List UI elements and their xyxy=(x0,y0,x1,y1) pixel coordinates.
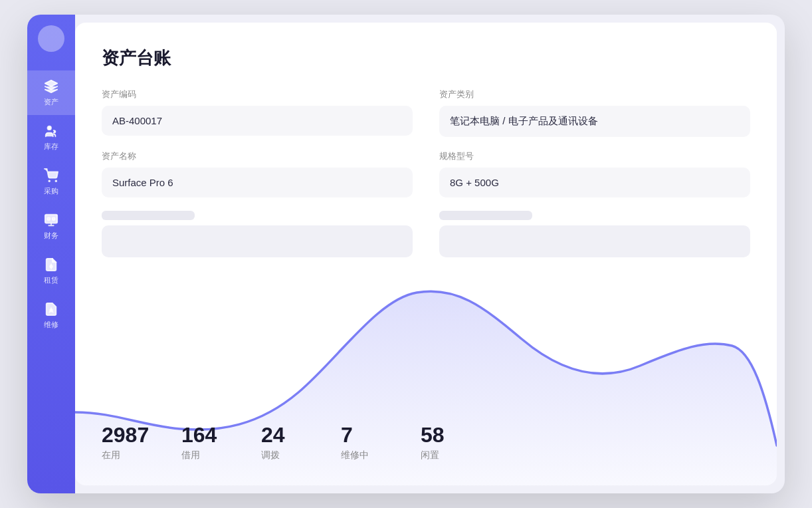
sidebar-item-lease[interactable]: 租赁 xyxy=(27,249,75,293)
sidebar-item-repair[interactable]: 维修 xyxy=(27,293,75,338)
asset-code-label: 资产编码 xyxy=(102,88,413,100)
stat-number-transferred: 24 xyxy=(261,424,341,445)
main-content: 资产台账 资产编码 AB-400017 资产类别 笔记本电脑 / 电子产品及通讯… xyxy=(75,23,777,485)
svg-rect-6 xyxy=(52,217,55,220)
svg-point-3 xyxy=(55,180,56,182)
stat-label-active: 在用 xyxy=(102,449,181,461)
skeleton-label-2 xyxy=(439,211,532,220)
sidebar-label-assets: 资产 xyxy=(44,97,58,107)
sidebar-item-finance[interactable]: 财务 xyxy=(27,204,75,249)
sidebar-label-finance: 财务 xyxy=(44,231,58,241)
sidebar-item-assets[interactable]: 资产 xyxy=(27,70,75,115)
stat-number-repairing: 7 xyxy=(341,424,421,445)
asset-name-field: 资产名称 Surface Pro 6 xyxy=(102,150,413,197)
layers-icon xyxy=(43,78,59,94)
stat-item-transferred: 24 调拨 xyxy=(261,424,341,461)
asset-name-value: Surface Pro 6 xyxy=(102,168,413,197)
repair-icon xyxy=(43,301,59,317)
asset-name-label: 资产名称 xyxy=(102,150,413,162)
skeleton-field-1 xyxy=(102,211,413,257)
sidebar-item-purchase[interactable]: 采购 xyxy=(27,160,75,204)
svg-point-2 xyxy=(49,180,50,182)
asset-category-value: 笔记本电脑 / 电子产品及通讯设备 xyxy=(439,106,750,137)
stat-label-transferred: 调拨 xyxy=(261,449,341,461)
stat-label-repairing: 维修中 xyxy=(341,449,421,461)
asset-category-field: 资产类别 笔记本电脑 / 电子产品及通讯设备 xyxy=(439,88,750,137)
inventory-icon xyxy=(43,123,59,139)
stat-number-idle: 58 xyxy=(421,424,500,445)
avatar xyxy=(38,25,64,52)
app-container: 资产 库存 xyxy=(27,15,785,493)
lease-icon xyxy=(43,257,59,273)
stat-item-borrowed: 164 借用 xyxy=(181,424,261,461)
stat-item-repairing: 7 维修中 xyxy=(341,424,421,461)
sidebar-item-inventory[interactable]: 库存 xyxy=(27,115,75,160)
asset-spec-field: 规格型号 8G + 500G xyxy=(439,150,750,197)
stat-item-idle: 58 闲置 xyxy=(421,424,500,461)
sidebar: 资产 库存 xyxy=(27,15,75,493)
skeleton-label-1 xyxy=(102,211,195,220)
form-grid: 资产编码 AB-400017 资产类别 笔记本电脑 / 电子产品及通讯设备 资产… xyxy=(102,88,750,197)
skeleton-field-2 xyxy=(439,211,750,257)
skeleton-box-1 xyxy=(102,225,413,257)
stat-number-borrowed: 164 xyxy=(181,424,261,445)
skeleton-box-2 xyxy=(439,225,750,257)
svg-rect-5 xyxy=(48,217,51,220)
stats-row: 2987 在用 164 借用 24 调拨 7 维修中 58 闲置 xyxy=(102,424,750,461)
stat-number-active: 2987 xyxy=(102,424,181,445)
cart-icon xyxy=(43,168,59,184)
finance-icon xyxy=(43,212,59,228)
asset-code-value: AB-400017 xyxy=(102,106,413,136)
sidebar-label-inventory: 库存 xyxy=(44,142,58,152)
stat-item-active: 2987 在用 xyxy=(102,424,181,461)
sidebar-label-lease: 租赁 xyxy=(44,275,58,285)
asset-code-field: 资产编码 AB-400017 xyxy=(102,88,413,137)
sidebar-label-repair: 维修 xyxy=(44,320,58,330)
stat-label-borrowed: 借用 xyxy=(181,449,261,461)
svg-point-1 xyxy=(49,128,50,129)
page-title: 资产台账 xyxy=(102,47,750,70)
skeleton-grid xyxy=(102,211,750,257)
asset-spec-value: 8G + 500G xyxy=(439,168,750,197)
asset-spec-label: 规格型号 xyxy=(439,150,750,162)
asset-category-label: 资产类别 xyxy=(439,88,750,100)
stat-label-idle: 闲置 xyxy=(421,449,500,461)
sidebar-label-purchase: 采购 xyxy=(44,186,58,196)
